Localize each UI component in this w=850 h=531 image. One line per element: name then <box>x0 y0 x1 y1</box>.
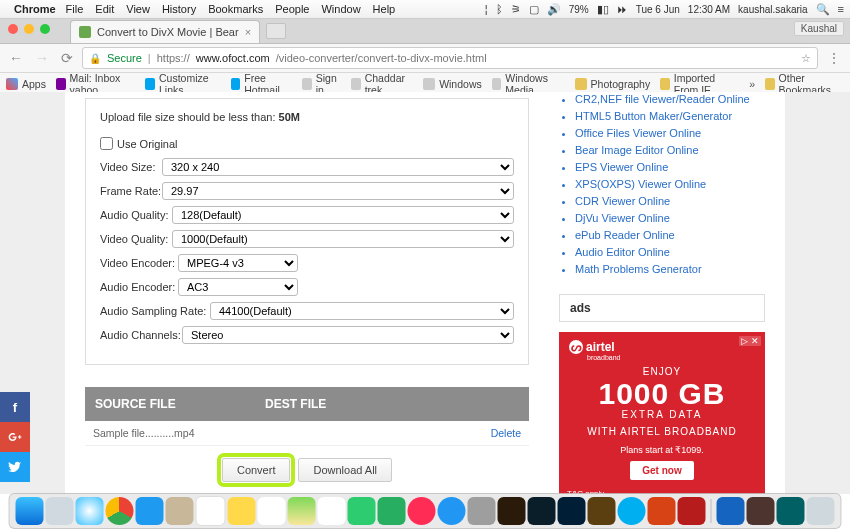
dock-chrome-icon[interactable] <box>106 497 134 525</box>
browser-tab[interactable]: Convert to DivX Movie | Bear × <box>70 20 260 43</box>
adchoices-icon[interactable]: ▷ ✕ <box>739 336 761 346</box>
dock-reminders-icon[interactable] <box>258 497 286 525</box>
dock-lightroom-icon[interactable] <box>528 497 556 525</box>
window-zoom-button[interactable] <box>40 24 50 34</box>
dock-mail-icon[interactable] <box>136 497 164 525</box>
window-close-button[interactable] <box>8 24 18 34</box>
dock-skype-icon[interactable] <box>618 497 646 525</box>
bookmark-star-icon[interactable]: ☆ <box>801 52 811 65</box>
select-audio-quality[interactable]: 128(Default) <box>172 206 514 224</box>
reload-button[interactable]: ⟳ <box>58 50 76 66</box>
googleplus-share-button[interactable] <box>0 422 30 452</box>
hamburger-icon[interactable]: ≡ <box>838 3 844 15</box>
delete-file-link[interactable]: Delete <box>491 427 521 439</box>
select-video-quality[interactable]: 1000(Default) <box>172 230 514 248</box>
dock-photoshop-icon[interactable] <box>558 497 586 525</box>
dock-safari-icon[interactable] <box>76 497 104 525</box>
main-column: Upload file size should be less than: 50… <box>85 92 529 494</box>
sidebar-link[interactable]: HTML5 Button Maker/Generator <box>575 109 765 123</box>
ad-banner[interactable]: ᔕairtelbroadband ▷ ✕ ENJOY 1000 GB EXTRA… <box>559 332 765 494</box>
sidebar-link[interactable]: EPS Viewer Online <box>575 160 765 174</box>
dock-calendar-icon[interactable] <box>196 496 226 526</box>
bookmarks-overflow-icon[interactable]: » <box>749 78 755 90</box>
sidebar-link[interactable]: Audio Editor Online <box>575 245 765 259</box>
menubar-date[interactable]: Tue 6 Jun <box>636 4 680 15</box>
dock-divider <box>711 499 712 523</box>
dock-maps-icon[interactable] <box>288 497 316 525</box>
spotlight-icon[interactable]: 🔍 <box>816 3 830 16</box>
dock-appstore-icon[interactable] <box>438 497 466 525</box>
menu-history[interactable]: History <box>162 3 196 15</box>
bookmark-item[interactable]: Windows <box>423 78 482 90</box>
dock-bridge-icon[interactable] <box>498 497 526 525</box>
select-video-encoder[interactable]: MPEG-4 v3 <box>178 254 298 272</box>
menu-file[interactable]: File <box>66 3 84 15</box>
menu-window[interactable]: Window <box>321 3 360 15</box>
page-icon <box>492 78 502 90</box>
dock-photos-icon[interactable] <box>318 497 346 525</box>
address-bar[interactable]: 🔒 Secure | https://www.ofoct.com/video-c… <box>82 47 818 69</box>
new-tab-button[interactable] <box>266 23 286 39</box>
ad-cta-button[interactable]: Get now <box>630 461 693 480</box>
download-all-button[interactable]: Download All <box>298 458 392 482</box>
sidebar-link[interactable]: ePub Reader Online <box>575 228 765 242</box>
use-original-checkbox[interactable]: Use Original <box>100 137 514 150</box>
dock-itunes-icon[interactable] <box>408 497 436 525</box>
dock-trash-icon[interactable] <box>807 497 835 525</box>
menu-edit[interactable]: Edit <box>95 3 114 15</box>
folder-icon <box>575 78 587 90</box>
sidebar-link[interactable]: XPS(OXPS) Viewer Online <box>575 177 765 191</box>
bookmark-apps[interactable]: Apps <box>6 78 46 90</box>
dock-finder-icon[interactable] <box>16 497 44 525</box>
dock-app-icon[interactable] <box>648 497 676 525</box>
select-frame-rate[interactable]: 29.97 <box>162 182 514 200</box>
menu-bookmarks[interactable]: Bookmarks <box>208 3 263 15</box>
dock-filezilla-icon[interactable] <box>678 497 706 525</box>
dock-notes-icon[interactable] <box>228 497 256 525</box>
battery-icon[interactable]: ▮▯ <box>597 3 609 16</box>
window-minimize-button[interactable] <box>24 24 34 34</box>
menubar-user[interactable]: kaushal.sakaria <box>738 4 807 15</box>
menu-view[interactable]: View <box>126 3 150 15</box>
menu-people[interactable]: People <box>275 3 309 15</box>
volume-icon[interactable]: 🔊 <box>547 3 561 16</box>
fastforward-icon[interactable]: ⏩︎ <box>617 3 628 15</box>
select-audio-encoder[interactable]: AC3 <box>178 278 298 296</box>
dock-app-icon[interactable] <box>777 497 805 525</box>
wifi-icon[interactable]: ⚞ <box>511 3 521 16</box>
sidebar-link[interactable]: Math Problems Generator <box>575 262 765 276</box>
forward-button[interactable]: → <box>32 50 52 66</box>
sidebar-link[interactable]: Office Files Viewer Online <box>575 126 765 140</box>
select-video-size[interactable]: 320 x 240 <box>162 158 514 176</box>
bookmark-item[interactable]: Photography <box>575 78 651 90</box>
dock-calibre-icon[interactable] <box>588 497 616 525</box>
dock-app-icon[interactable] <box>717 497 745 525</box>
dock-messages-icon[interactable] <box>348 497 376 525</box>
tab-close-icon[interactable]: × <box>245 26 251 38</box>
dock-preferences-icon[interactable] <box>468 497 496 525</box>
dock-launchpad-icon[interactable] <box>46 497 74 525</box>
dock-app-icon[interactable] <box>747 497 775 525</box>
use-original-input[interactable] <box>100 137 113 150</box>
sidebar-link[interactable]: CDR Viewer Online <box>575 194 765 208</box>
label-video-quality: Video Quality: <box>100 233 172 245</box>
sidebar-link[interactable]: Bear Image Editor Online <box>575 143 765 157</box>
chrome-menu-icon[interactable]: ⋮ <box>824 50 844 66</box>
convert-button[interactable]: Convert <box>222 458 291 482</box>
select-audio-channels[interactable]: Stereo <box>182 326 514 344</box>
menubar-app[interactable]: Chrome <box>14 3 56 15</box>
bluetooth-icon[interactable]: ᛒ <box>496 3 503 15</box>
twitter-share-button[interactable] <box>0 452 30 482</box>
sidebar-link[interactable]: DjVu Viewer Online <box>575 211 765 225</box>
back-button[interactable]: ← <box>6 50 26 66</box>
dock-contacts-icon[interactable] <box>166 497 194 525</box>
label-audio-sampling: Audio Sampling Rate: <box>100 305 210 317</box>
menu-help[interactable]: Help <box>373 3 396 15</box>
chrome-profile-badge[interactable]: Kaushal <box>794 21 844 36</box>
menubar-time[interactable]: 12:30 AM <box>688 4 730 15</box>
select-audio-sampling[interactable]: 44100(Default) <box>210 302 514 320</box>
facebook-share-button[interactable]: f <box>0 392 30 422</box>
dock-facetime-icon[interactable] <box>378 497 406 525</box>
sidebar-link[interactable]: CR2,NEF file Viewer/Reader Online <box>575 92 765 106</box>
airplay-icon[interactable]: ▢ <box>529 3 539 16</box>
